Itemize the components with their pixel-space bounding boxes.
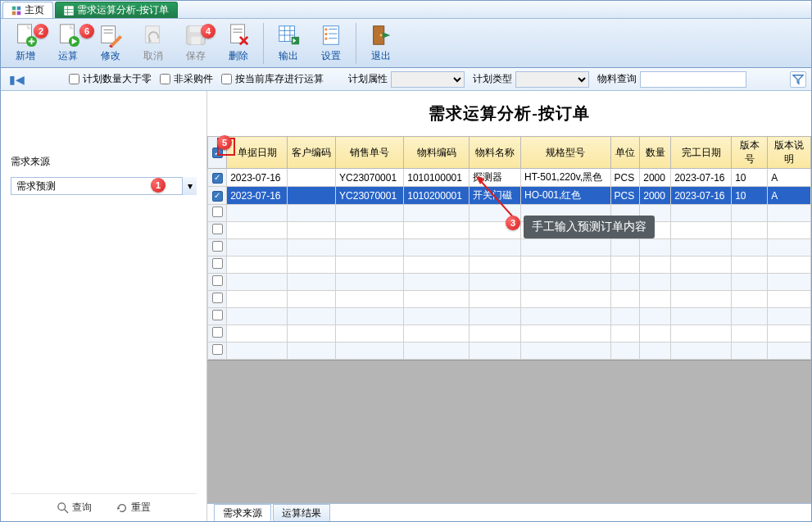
col-sale[interactable]: 销售单号: [336, 137, 404, 169]
source-input[interactable]: [11, 177, 197, 195]
cell-date[interactable]: 2023-07-16: [227, 187, 288, 205]
cell-empty[interactable]: [336, 308, 404, 325]
cell-empty[interactable]: [768, 325, 811, 343]
cell-empty[interactable]: [671, 274, 732, 291]
cell-mat[interactable]: 1010100001: [404, 169, 470, 187]
cell-empty[interactable]: [469, 343, 520, 360]
source-dropdown[interactable]: ▾: [11, 177, 197, 195]
col-desc[interactable]: 版本说明: [768, 137, 811, 169]
cell-empty[interactable]: [610, 308, 640, 325]
col-name[interactable]: 物料名称: [469, 137, 520, 169]
cell-empty[interactable]: [610, 325, 640, 343]
cell-empty[interactable]: [520, 274, 610, 291]
cell-empty[interactable]: [768, 274, 811, 291]
cell-empty[interactable]: [404, 222, 470, 239]
col-ver[interactable]: 版本号: [732, 137, 768, 169]
table-row-empty[interactable]: [208, 308, 811, 325]
cell-empty[interactable]: [469, 256, 520, 274]
cell-empty[interactable]: [732, 343, 768, 360]
row-check[interactable]: [208, 325, 227, 343]
cell-qty[interactable]: 2000: [640, 169, 671, 187]
query-button[interactable]: 查询: [57, 501, 92, 515]
cell-empty[interactable]: [671, 222, 732, 239]
col-mat[interactable]: 物料编码: [404, 137, 470, 169]
tab-doc[interactable]: 需求运算分析-按订单: [55, 2, 178, 18]
qty-gt-zero-checkbox[interactable]: 计划数量大于零: [69, 72, 152, 86]
exit-button[interactable]: 退出: [361, 20, 401, 66]
cell-empty[interactable]: [732, 256, 768, 274]
cell-empty[interactable]: [671, 239, 732, 256]
cell-empty[interactable]: [404, 274, 470, 291]
cell-empty[interactable]: [227, 274, 288, 291]
cell-empty[interactable]: [336, 343, 404, 360]
col-fin[interactable]: 完工日期: [671, 137, 732, 169]
cell-empty[interactable]: [469, 325, 520, 343]
cell-empty[interactable]: [671, 256, 732, 274]
cell-empty[interactable]: [768, 291, 811, 308]
cell-empty[interactable]: [520, 291, 610, 308]
cell-empty[interactable]: [640, 291, 671, 308]
cell-empty[interactable]: [640, 325, 671, 343]
cell-empty[interactable]: [336, 256, 404, 274]
cell-empty[interactable]: [288, 256, 336, 274]
table-row-empty[interactable]: [208, 291, 811, 308]
cell-empty[interactable]: [469, 239, 520, 256]
cell-cust[interactable]: [288, 187, 336, 205]
cell-empty[interactable]: [404, 343, 470, 360]
cell-empty[interactable]: [768, 239, 811, 256]
cell-empty[interactable]: [336, 239, 404, 256]
table-row-empty[interactable]: [208, 343, 811, 360]
cell-empty[interactable]: [520, 308, 610, 325]
delete-button[interactable]: 删除: [219, 20, 258, 66]
row-check[interactable]: [208, 343, 227, 360]
cell-empty[interactable]: [768, 256, 811, 274]
cell-empty[interactable]: [610, 343, 640, 360]
cell-empty[interactable]: [768, 343, 811, 360]
cell-empty[interactable]: [610, 239, 640, 256]
table-row-empty[interactable]: [208, 256, 811, 274]
cell-empty[interactable]: [404, 205, 470, 222]
cell-empty[interactable]: [640, 274, 671, 291]
cell-empty[interactable]: [640, 308, 671, 325]
cell-empty[interactable]: [610, 291, 640, 308]
col-cust[interactable]: 客户编码: [288, 137, 336, 169]
cell-empty[interactable]: [288, 239, 336, 256]
cell-empty[interactable]: [768, 308, 811, 325]
cell-empty[interactable]: [227, 222, 288, 239]
cell-empty[interactable]: [768, 222, 811, 239]
cell-empty[interactable]: [288, 308, 336, 325]
cell-empty[interactable]: [671, 343, 732, 360]
nav-first-icon[interactable]: ▮◀: [6, 73, 28, 86]
cell-empty[interactable]: [671, 325, 732, 343]
row-check[interactable]: [208, 187, 227, 205]
cell-empty[interactable]: [732, 308, 768, 325]
cell-fin[interactable]: 2023-07-16: [671, 187, 732, 205]
cell-empty[interactable]: [732, 325, 768, 343]
cell-empty[interactable]: [610, 274, 640, 291]
cell-empty[interactable]: [732, 274, 768, 291]
cell-empty[interactable]: [610, 256, 640, 274]
row-check[interactable]: [208, 169, 227, 187]
cell-mat[interactable]: 1010200001: [404, 187, 470, 205]
tab-result[interactable]: 运算结果: [273, 504, 330, 522]
cell-empty[interactable]: [732, 239, 768, 256]
cell-cust[interactable]: [288, 169, 336, 187]
export-button[interactable]: 输出: [269, 20, 308, 66]
cell-empty[interactable]: [288, 291, 336, 308]
cell-empty[interactable]: [404, 239, 470, 256]
plan-attr-select[interactable]: [391, 71, 465, 88]
table-row-empty[interactable]: [208, 239, 811, 256]
cell-empty[interactable]: [288, 222, 336, 239]
filter-icon-button[interactable]: [790, 71, 806, 88]
col-qty[interactable]: 数量: [640, 137, 671, 169]
table-row-empty[interactable]: [208, 274, 811, 291]
cell-empty[interactable]: [671, 205, 732, 222]
non-purchase-checkbox[interactable]: 非采购件: [160, 72, 213, 86]
cell-empty[interactable]: [640, 239, 671, 256]
cell-empty[interactable]: [671, 308, 732, 325]
col-unit[interactable]: 单位: [610, 137, 640, 169]
cell-empty[interactable]: [768, 205, 811, 222]
cell-empty[interactable]: [227, 308, 288, 325]
cell-unit[interactable]: PCS: [610, 169, 640, 187]
cell-spec[interactable]: HO-001,红色: [520, 187, 610, 205]
